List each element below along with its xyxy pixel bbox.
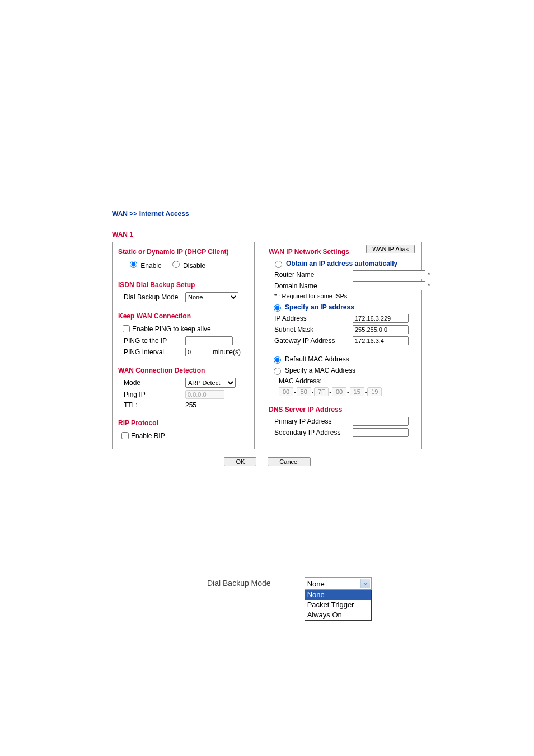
secondary-dns-input[interactable] xyxy=(353,428,409,437)
enable-ping-label: Enable PING to keep alive xyxy=(132,325,211,333)
inner-separator-2 xyxy=(269,401,416,401)
dropdown-option-packet-trigger[interactable]: Packet Trigger xyxy=(305,600,371,610)
mac-input-0[interactable] xyxy=(279,387,293,396)
wan-title: WAN 1 xyxy=(112,231,423,238)
ok-button[interactable]: OK xyxy=(224,457,256,466)
breadcrumb-separator xyxy=(112,220,423,220)
dropdown-option-always-on[interactable]: Always On xyxy=(305,610,371,620)
right-panel: WAN IP Network Settings WAN IP Alias Obt… xyxy=(263,242,422,449)
inner-separator xyxy=(269,350,416,350)
dns-title: DNS Server IP Address xyxy=(269,406,416,414)
mac-input-5[interactable] xyxy=(367,387,382,396)
mac-address-inputs: - - - - - xyxy=(279,387,416,396)
obtain-ip-label: Obtain an IP address automatically xyxy=(286,260,397,267)
gateway-ip-label: Gateway IP Address xyxy=(274,337,353,345)
ping-interval-label: PING Interval xyxy=(124,348,185,356)
mac-input-1[interactable] xyxy=(297,387,311,396)
ping-ip-input[interactable] xyxy=(185,390,224,399)
specify-ip-label: Specify an IP address xyxy=(285,303,354,311)
ping-interval-unit: minute(s) xyxy=(213,348,241,356)
enable-ping-checkbox[interactable] xyxy=(123,325,130,332)
domain-name-input[interactable] xyxy=(353,281,425,290)
enable-label: Enable xyxy=(140,262,161,270)
primary-dns-label: Primary IP Address xyxy=(274,417,353,425)
detection-mode-label: Mode xyxy=(124,379,185,387)
subnet-mask-input[interactable] xyxy=(353,325,409,334)
enable-radio[interactable]: Enable xyxy=(127,259,162,270)
mac-input-3[interactable] xyxy=(332,387,346,396)
dropdown-option-none[interactable]: None xyxy=(305,590,371,600)
specify-mac-radio[interactable] xyxy=(274,368,281,375)
domain-name-star: * xyxy=(428,282,430,290)
detection-mode-select[interactable]: ARP Detect xyxy=(185,378,236,388)
router-name-input[interactable] xyxy=(353,270,425,279)
disable-label: Disable xyxy=(183,262,205,270)
ip-address-label: IP Address xyxy=(274,314,353,322)
static-dynamic-title: Static or Dynamic IP (DHCP Client) xyxy=(118,248,249,256)
specify-mac-label: Specify a MAC Address xyxy=(285,367,355,374)
ping-to-ip-input[interactable] xyxy=(185,336,233,345)
domain-name-label: Domain Name xyxy=(274,282,353,290)
obtain-ip-radio[interactable] xyxy=(275,261,282,268)
breadcrumb: WAN >> Internet Access xyxy=(112,210,423,218)
required-note: * : Required for some ISPs xyxy=(274,293,416,299)
default-mac-label: Default MAC Address xyxy=(285,355,349,363)
cancel-button[interactable]: Cancel xyxy=(268,457,310,466)
ttl-label: TTL: xyxy=(124,401,185,409)
specify-ip-radio[interactable] xyxy=(274,304,281,312)
rip-title: RIP Protocol xyxy=(118,419,249,427)
ping-interval-input[interactable] xyxy=(185,348,210,356)
dial-backup-mode-label: Dial Backup Mode xyxy=(124,293,185,301)
dropdown-selected[interactable]: None xyxy=(305,577,372,590)
isdn-title: ISDN Dial Backup Setup xyxy=(118,281,249,289)
disable-radio[interactable]: Disable xyxy=(170,259,205,270)
chevron-down-icon xyxy=(360,579,370,588)
ping-ip-label: Ping IP xyxy=(124,391,185,398)
wan-ip-alias-button[interactable]: WAN IP Alias xyxy=(366,245,415,253)
wan-detection-title: WAN Connection Detection xyxy=(118,367,249,374)
dropdown-selected-text: None xyxy=(307,580,325,588)
primary-dns-input[interactable] xyxy=(353,417,409,426)
secondary-dns-label: Secondary IP Address xyxy=(274,429,353,436)
mac-input-2[interactable] xyxy=(314,387,329,396)
router-name-star: * xyxy=(428,271,430,279)
default-mac-radio[interactable] xyxy=(274,356,281,364)
ttl-value: 255 xyxy=(185,401,249,409)
dropdown-label: Dial Backup Mode xyxy=(207,579,271,588)
keep-wan-title: Keep WAN Connection xyxy=(118,312,249,320)
subnet-mask-label: Subnet Mask xyxy=(274,326,353,334)
enable-rip-checkbox[interactable] xyxy=(121,432,129,439)
ip-address-input[interactable] xyxy=(353,314,409,323)
router-name-label: Router Name xyxy=(274,271,353,279)
left-panel: Static or Dynamic IP (DHCP Client) Enabl… xyxy=(112,242,255,449)
mac-input-4[interactable] xyxy=(350,387,364,396)
gateway-ip-input[interactable] xyxy=(353,336,409,345)
mac-address-label: MAC Address: xyxy=(279,377,416,385)
enable-rip-label: Enable RIP xyxy=(131,432,165,440)
dial-backup-mode-select[interactable]: None xyxy=(185,292,238,302)
dropdown-list: None Packet Trigger Always On xyxy=(305,590,372,621)
ping-to-ip-label: PING to the IP xyxy=(124,337,185,345)
